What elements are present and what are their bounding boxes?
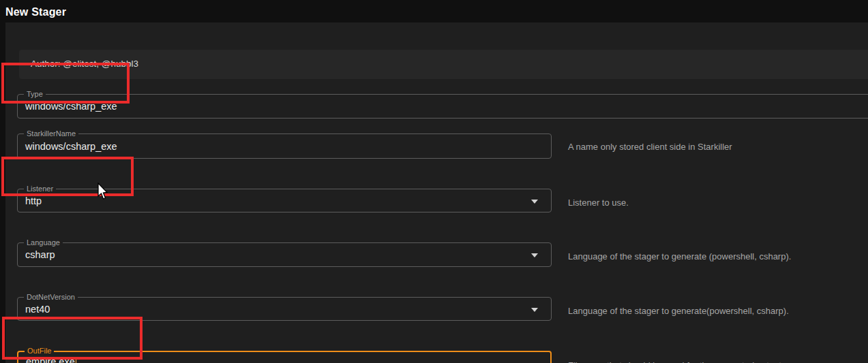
type-field[interactable]: Type windows/csharp_exe bbox=[17, 94, 868, 119]
dotnetversion-select-label: DotNetVersion bbox=[24, 292, 78, 302]
listener-select[interactable]: Listener http bbox=[17, 189, 552, 212]
stager-form-panel: Author: @elitest, @hubbl3 Type windows/c… bbox=[5, 22, 868, 363]
dotnetversion-helper-text: Language of the stager to generate(power… bbox=[568, 306, 789, 316]
chevron-down-icon[interactable] bbox=[531, 253, 538, 257]
type-field-label: Type bbox=[24, 89, 46, 99]
listener-select-value: http bbox=[25, 195, 42, 206]
outfile-field[interactable]: OutFile empire.exe bbox=[17, 351, 552, 363]
type-field-value: windows/csharp_exe bbox=[25, 101, 117, 112]
starkillername-field[interactable]: StarkillerName windows/csharp_exe bbox=[17, 133, 552, 159]
dotnetversion-select-value: net40 bbox=[25, 304, 50, 315]
author-banner: Author: @elitest, @hubbl3 bbox=[19, 50, 868, 79]
listener-helper-text: Listener to use. bbox=[568, 198, 629, 208]
language-select-value: csharp bbox=[25, 249, 55, 260]
dotnetversion-select[interactable]: DotNetVersion net40 bbox=[17, 297, 552, 321]
starkillername-field-label: StarkillerName bbox=[24, 129, 78, 138]
listener-select-label: Listener bbox=[24, 184, 56, 193]
starkillername-field-value: windows/csharp_exe bbox=[25, 141, 117, 152]
chevron-down-icon[interactable] bbox=[531, 200, 538, 204]
page-title: New Stager bbox=[5, 6, 66, 18]
outfile-field-label: OutFile bbox=[25, 346, 54, 356]
language-select-label: Language bbox=[24, 238, 63, 247]
text-caret bbox=[76, 357, 77, 363]
outfile-text: empire.exe bbox=[26, 356, 75, 363]
language-select[interactable]: Language csharp bbox=[17, 242, 552, 267]
language-helper-text: Language of the stager to generate (powe… bbox=[568, 251, 791, 262]
chevron-down-icon[interactable] bbox=[531, 308, 538, 312]
starkillername-helper-text: A name only stored client side in Starki… bbox=[568, 142, 732, 152]
outfile-field-value: empire.exe bbox=[26, 356, 76, 363]
author-text: Author: @elitest, @hubbl3 bbox=[31, 59, 138, 69]
outfile-helper-text: Filename that should be used for the gen… bbox=[568, 360, 784, 363]
